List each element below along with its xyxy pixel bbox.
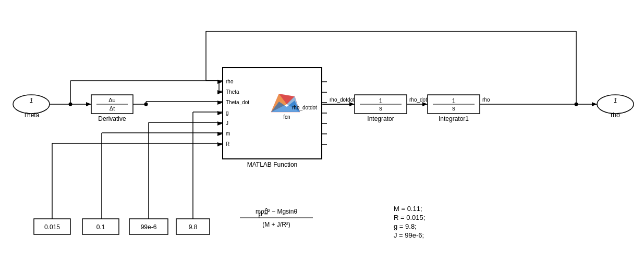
param-R: R = 0.015; bbox=[394, 214, 425, 221]
integrator1-sublabel: Integrator1 bbox=[439, 115, 469, 122]
const-015-label: 0.015 bbox=[44, 224, 60, 231]
matlab-port-R: R bbox=[226, 141, 229, 147]
arrow-R-port bbox=[217, 142, 223, 146]
const-99e6-label: 99e-6 bbox=[141, 224, 157, 231]
rho-sublabel: rho bbox=[611, 111, 620, 119]
matlab-port-J: J bbox=[226, 120, 228, 126]
param-g: g = 9.8; bbox=[394, 222, 417, 230]
integrator-sublabel: Integrator bbox=[367, 115, 394, 122]
integrator-s: s bbox=[379, 105, 382, 112]
arrow-to-outport bbox=[592, 102, 597, 106]
arrow-to-derivative bbox=[86, 102, 91, 106]
integrator1-s: s bbox=[452, 105, 455, 112]
arrow-to-integrator1 bbox=[422, 102, 428, 106]
svg-rect-36 bbox=[223, 68, 322, 159]
wire-rho-dotdot: rho_dotdot bbox=[330, 97, 355, 103]
arrow-rho-port bbox=[217, 80, 223, 84]
matlab-fcn-label: fcn bbox=[283, 114, 290, 120]
diagram-svg: 1 Theta Δu Δt Derivative rho Theta Theta… bbox=[0, 0, 644, 273]
arrow-to-integrator bbox=[349, 102, 355, 106]
arrow-thetadot-port bbox=[217, 101, 223, 105]
svg-point-19 bbox=[144, 103, 148, 106]
matlab-function-label: MATLAB Function bbox=[247, 161, 297, 168]
arrow-m-port bbox=[217, 132, 223, 136]
param-J: J = 99e-6; bbox=[394, 231, 424, 239]
const-01-label: 0.1 bbox=[96, 224, 105, 231]
equation-numerator: mρθ̇² − Mgsinθ bbox=[256, 208, 298, 215]
wire-rho: rho bbox=[482, 97, 490, 103]
rho-output-label: 1 bbox=[614, 97, 617, 104]
matlab-port-rho: rho bbox=[226, 79, 234, 84]
matlab-port-theta: Theta bbox=[226, 89, 239, 95]
matlab-port-g: g bbox=[226, 110, 229, 116]
integrator-label: 1 bbox=[379, 97, 382, 105]
theta-sublabel: Theta bbox=[23, 111, 40, 119]
matlab-port-m: m bbox=[226, 131, 230, 136]
param-M: M = 0.11; bbox=[394, 205, 422, 213]
derivative-denominator: Δt bbox=[110, 105, 115, 111]
derivative-label: Derivative bbox=[98, 115, 126, 122]
matlab-port-thetadot: Theta_dot bbox=[226, 100, 249, 105]
derivative-numerator: Δu bbox=[108, 97, 115, 103]
arrow-g-port bbox=[217, 111, 223, 115]
wire-rho-dot: rho_dot bbox=[409, 97, 427, 103]
arrow-J-port bbox=[217, 121, 223, 126]
simulink-diagram: 1 Theta Δu Δt Derivative rho Theta Theta… bbox=[0, 0, 644, 273]
matlab-out-label: rho_dotdot bbox=[292, 105, 317, 110]
equation-denominator: (M + J/R²) bbox=[262, 221, 290, 228]
theta-input-label: 1 bbox=[30, 97, 33, 104]
integrator1-label: 1 bbox=[452, 97, 455, 105]
arrow-theta-port bbox=[217, 90, 223, 94]
const-98-label: 9.8 bbox=[189, 224, 198, 231]
